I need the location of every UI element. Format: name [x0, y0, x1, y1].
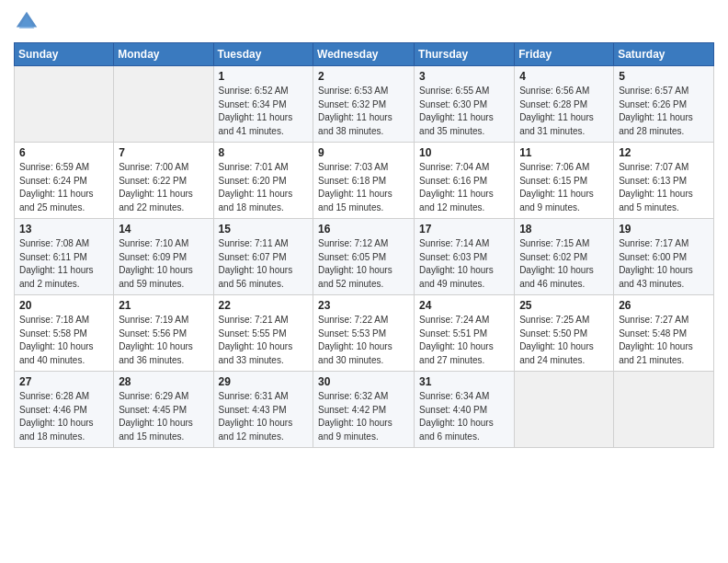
day-cell: 25Sunrise: 7:25 AMSunset: 5:50 PMDayligh…: [515, 295, 614, 372]
day-detail: Sunrise: 6:53 AMSunset: 6:32 PMDaylight:…: [318, 85, 409, 138]
day-number: 15: [219, 223, 309, 236]
day-number: 28: [119, 375, 208, 388]
day-cell: 3Sunrise: 6:55 AMSunset: 6:30 PMDaylight…: [415, 66, 515, 143]
day-cell: [614, 372, 714, 448]
day-cell: 16Sunrise: 7:12 AMSunset: 6:05 PMDayligh…: [313, 219, 415, 295]
day-cell: 19Sunrise: 7:17 AMSunset: 6:00 PMDayligh…: [614, 219, 714, 295]
day-cell: 22Sunrise: 7:21 AMSunset: 5:55 PMDayligh…: [213, 295, 313, 372]
day-number: 11: [519, 146, 609, 159]
day-number: 5: [619, 70, 709, 83]
day-cell: [515, 372, 614, 448]
week-row-2: 6Sunrise: 6:59 AMSunset: 6:24 PMDaylight…: [15, 143, 714, 219]
day-cell: 31Sunrise: 6:34 AMSunset: 4:40 PMDayligh…: [415, 372, 515, 448]
day-cell: 5Sunrise: 6:57 AMSunset: 6:26 PMDaylight…: [614, 66, 714, 143]
day-cell: 30Sunrise: 6:32 AMSunset: 4:42 PMDayligh…: [313, 372, 415, 448]
day-detail: Sunrise: 7:27 AMSunset: 5:48 PMDaylight:…: [619, 314, 709, 367]
day-number: 26: [619, 299, 709, 312]
day-number: 2: [318, 70, 409, 83]
calendar: SundayMondayTuesdayWednesdayThursdayFrid…: [14, 42, 714, 448]
day-number: 14: [119, 223, 208, 236]
day-detail: Sunrise: 7:04 AMSunset: 6:16 PMDaylight:…: [419, 161, 509, 214]
day-detail: Sunrise: 6:29 AMSunset: 4:45 PMDaylight:…: [119, 390, 208, 443]
day-detail: Sunrise: 6:32 AMSunset: 4:42 PMDaylight:…: [318, 390, 409, 443]
day-number: 9: [318, 146, 409, 159]
day-detail: Sunrise: 6:57 AMSunset: 6:26 PMDaylight:…: [619, 85, 709, 138]
logo-icon: [14, 9, 40, 35]
day-detail: Sunrise: 7:15 AMSunset: 6:02 PMDaylight:…: [519, 237, 609, 291]
day-detail: Sunrise: 7:17 AMSunset: 6:00 PMDaylight:…: [619, 237, 709, 291]
day-cell: 4Sunrise: 6:56 AMSunset: 6:28 PMDaylight…: [515, 66, 614, 143]
day-cell: 26Sunrise: 7:27 AMSunset: 5:48 PMDayligh…: [614, 295, 714, 372]
day-number: 24: [419, 299, 509, 312]
day-cell: 12Sunrise: 7:07 AMSunset: 6:13 PMDayligh…: [614, 143, 714, 219]
day-detail: Sunrise: 7:06 AMSunset: 6:15 PMDaylight:…: [519, 161, 609, 214]
day-detail: Sunrise: 6:34 AMSunset: 4:40 PMDaylight:…: [419, 390, 509, 443]
day-detail: Sunrise: 7:22 AMSunset: 5:53 PMDaylight:…: [318, 314, 409, 367]
day-number: 4: [519, 70, 609, 83]
day-detail: Sunrise: 7:08 AMSunset: 6:11 PMDaylight:…: [19, 237, 108, 291]
day-number: 7: [119, 146, 208, 159]
week-row-5: 27Sunrise: 6:28 AMSunset: 4:46 PMDayligh…: [15, 372, 714, 448]
day-cell: 24Sunrise: 7:24 AMSunset: 5:51 PMDayligh…: [415, 295, 515, 372]
day-detail: Sunrise: 7:25 AMSunset: 5:50 PMDaylight:…: [519, 314, 609, 367]
day-cell: 18Sunrise: 7:15 AMSunset: 6:02 PMDayligh…: [515, 219, 614, 295]
day-cell: 2Sunrise: 6:53 AMSunset: 6:32 PMDaylight…: [313, 66, 415, 143]
day-number: 8: [219, 146, 309, 159]
day-detail: Sunrise: 7:11 AMSunset: 6:07 PMDaylight:…: [219, 237, 309, 291]
day-number: 21: [119, 299, 208, 312]
week-row-3: 13Sunrise: 7:08 AMSunset: 6:11 PMDayligh…: [15, 219, 714, 295]
day-detail: Sunrise: 7:00 AMSunset: 6:22 PMDaylight:…: [119, 161, 208, 214]
day-detail: Sunrise: 6:56 AMSunset: 6:28 PMDaylight:…: [519, 85, 609, 138]
weekday-header-friday: Friday: [515, 43, 614, 66]
day-cell: 28Sunrise: 6:29 AMSunset: 4:45 PMDayligh…: [114, 372, 213, 448]
day-number: 10: [419, 146, 509, 159]
day-detail: Sunrise: 6:55 AMSunset: 6:30 PMDaylight:…: [419, 85, 509, 138]
day-number: 19: [619, 223, 709, 236]
day-cell: 23Sunrise: 7:22 AMSunset: 5:53 PMDayligh…: [313, 295, 415, 372]
day-detail: Sunrise: 7:10 AMSunset: 6:09 PMDaylight:…: [119, 237, 208, 291]
day-detail: Sunrise: 6:52 AMSunset: 6:34 PMDaylight:…: [219, 85, 309, 138]
day-number: 13: [19, 223, 108, 236]
weekday-header-thursday: Thursday: [415, 43, 515, 66]
day-cell: 17Sunrise: 7:14 AMSunset: 6:03 PMDayligh…: [415, 219, 515, 295]
day-number: 20: [19, 299, 108, 312]
day-cell: [114, 66, 213, 143]
day-cell: 7Sunrise: 7:00 AMSunset: 6:22 PMDaylight…: [114, 143, 213, 219]
day-number: 6: [19, 146, 108, 159]
day-cell: 29Sunrise: 6:31 AMSunset: 4:43 PMDayligh…: [213, 372, 313, 448]
day-number: 29: [219, 375, 309, 388]
day-cell: 21Sunrise: 7:19 AMSunset: 5:56 PMDayligh…: [114, 295, 213, 372]
day-cell: 8Sunrise: 7:01 AMSunset: 6:20 PMDaylight…: [213, 143, 313, 219]
weekday-header-monday: Monday: [114, 43, 213, 66]
day-cell: [15, 66, 114, 143]
day-cell: 9Sunrise: 7:03 AMSunset: 6:18 PMDaylight…: [313, 143, 415, 219]
day-number: 17: [419, 223, 509, 236]
day-number: 12: [619, 146, 709, 159]
day-detail: Sunrise: 7:07 AMSunset: 6:13 PMDaylight:…: [619, 161, 709, 214]
day-cell: 1Sunrise: 6:52 AMSunset: 6:34 PMDaylight…: [213, 66, 313, 143]
day-number: 1: [219, 70, 309, 83]
weekday-header-row: SundayMondayTuesdayWednesdayThursdayFrid…: [15, 43, 714, 66]
page: SundayMondayTuesdayWednesdayThursdayFrid…: [0, 0, 728, 563]
day-number: 18: [519, 223, 609, 236]
week-row-4: 20Sunrise: 7:18 AMSunset: 5:58 PMDayligh…: [15, 295, 714, 372]
day-cell: 27Sunrise: 6:28 AMSunset: 4:46 PMDayligh…: [15, 372, 114, 448]
day-detail: Sunrise: 7:01 AMSunset: 6:20 PMDaylight:…: [219, 161, 309, 214]
day-number: 16: [318, 223, 409, 236]
header: [14, 9, 714, 35]
day-number: 23: [318, 299, 409, 312]
day-detail: Sunrise: 7:24 AMSunset: 5:51 PMDaylight:…: [419, 314, 509, 367]
day-number: 25: [519, 299, 609, 312]
weekday-header-wednesday: Wednesday: [313, 43, 415, 66]
day-cell: 15Sunrise: 7:11 AMSunset: 6:07 PMDayligh…: [213, 219, 313, 295]
day-detail: Sunrise: 7:12 AMSunset: 6:05 PMDaylight:…: [318, 237, 409, 291]
week-row-1: 1Sunrise: 6:52 AMSunset: 6:34 PMDaylight…: [15, 66, 714, 143]
day-detail: Sunrise: 7:21 AMSunset: 5:55 PMDaylight:…: [219, 314, 309, 367]
day-cell: 6Sunrise: 6:59 AMSunset: 6:24 PMDaylight…: [15, 143, 114, 219]
day-detail: Sunrise: 6:59 AMSunset: 6:24 PMDaylight:…: [19, 161, 108, 214]
day-number: 22: [219, 299, 309, 312]
day-cell: 13Sunrise: 7:08 AMSunset: 6:11 PMDayligh…: [15, 219, 114, 295]
weekday-header-sunday: Sunday: [15, 43, 114, 66]
weekday-header-saturday: Saturday: [614, 43, 714, 66]
day-detail: Sunrise: 6:31 AMSunset: 4:43 PMDaylight:…: [219, 390, 309, 443]
